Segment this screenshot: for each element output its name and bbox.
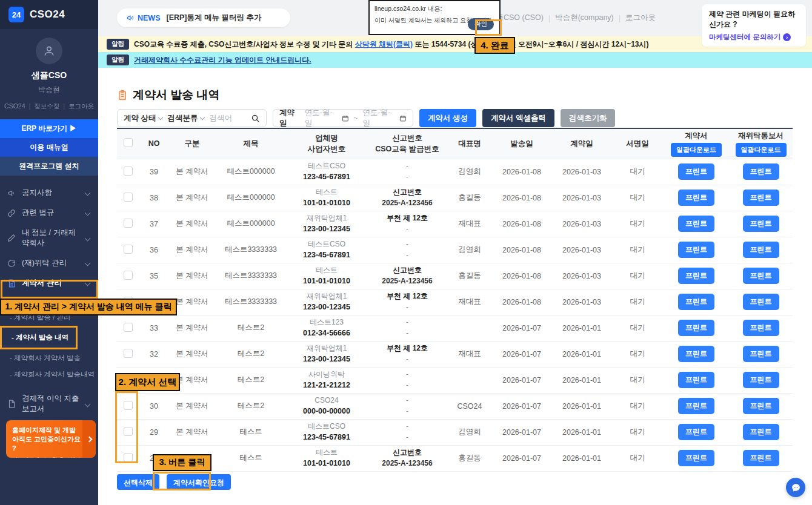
delete-selected-button[interactable]: 선택삭제	[117, 474, 159, 490]
print-contract-button[interactable]: 프린트	[678, 372, 714, 388]
print-contract-button[interactable]: 프린트	[678, 216, 714, 232]
sidebar-item-myinfo[interactable]: 내 정보 / 거래제약회사	[0, 223, 98, 253]
row-checkbox[interactable]	[124, 427, 133, 436]
bulk-download-redelegation-button[interactable]: 일괄다운로드	[736, 143, 787, 157]
promo-line3: 비즈니스에 필요한 온라인 솔루션!	[12, 456, 82, 458]
print-redelegation-button[interactable]: 프린트	[743, 163, 779, 180]
row-checkbox[interactable]	[124, 167, 133, 176]
profile-link-edit[interactable]: 정보수정	[34, 102, 59, 111]
sidebar-item-label: 경제적 이익 지출보고서	[22, 394, 80, 414]
print-contract-button[interactable]: 프린트	[678, 294, 714, 310]
main-area: NEWS [ERP]통계 메뉴 필터링 추가 샘플CSO (CSO)| 박승현(…	[98, 0, 812, 505]
table-row: 36 본 계약서 테스트3333333 테스트CSO123-45-67891 -…	[117, 237, 793, 263]
cell-title: 테스트000000	[215, 185, 287, 211]
print-contract-button[interactable]: 프린트	[678, 163, 714, 180]
sidebar-item-pharma-contract-send[interactable]: - 제약회사 계약서 발송	[0, 350, 98, 366]
logout-link[interactable]: 로그아웃	[625, 13, 656, 23]
manual-button[interactable]: 이용 매뉴얼	[0, 138, 98, 157]
bulk-download-contract-button[interactable]: 일괄다운로드	[671, 143, 722, 157]
table-header-row: NO 구분 제목 업체명사업자번호 신고번호CSO교육 발급번호 대표명 발송일…	[117, 128, 793, 159]
row-checkbox[interactable]	[124, 453, 133, 462]
dialog-ok-button[interactable]: 확인	[468, 18, 494, 30]
news-ticker[interactable]: NEWS [ERP]통계 메뉴 필터링 추가	[117, 8, 290, 27]
print-contract-button[interactable]: 프린트	[678, 242, 714, 258]
cell-company: 사이닝위탁121-21-21212	[287, 367, 367, 393]
print-redelegation-button[interactable]: 프린트	[743, 216, 779, 232]
homepage-promo-banner[interactable]: 홈페이지제작 및 개발 아직도 고민중이신가요 ? 비즈니스에 필요한 온라인 …	[6, 420, 96, 458]
cell-no: 38	[139, 185, 169, 211]
filter-bar: 계약 상태 검색분류 검색어 계약일 연도-월-일 ~ 연도-월-일 계약서 생…	[117, 109, 615, 127]
col-no: NO	[139, 128, 169, 159]
print-redelegation-button[interactable]: 프린트	[743, 450, 779, 466]
cell-company: 재위탁업체1123-00-12345	[287, 211, 367, 237]
status-select[interactable]: 계약 상태	[124, 113, 162, 124]
col-redelegation-doc: 재위탁통보서일괄다운로드	[729, 128, 793, 159]
chat-fab-button[interactable]	[786, 478, 805, 497]
print-redelegation-button[interactable]: 프린트	[743, 268, 779, 284]
request-contract-confirm-button[interactable]: 계약서확인요청	[167, 474, 231, 490]
sidebar-item-laws[interactable]: 관련 법규	[0, 203, 98, 223]
row-checkbox[interactable]	[124, 271, 133, 280]
print-redelegation-button[interactable]: 프린트	[743, 320, 779, 336]
profile-link-logout[interactable]: 로그아웃	[68, 102, 94, 111]
erp-shortcut-button[interactable]: ERP 바로가기 ▶	[0, 119, 98, 138]
avatar	[36, 38, 62, 64]
print-contract-button[interactable]: 프린트	[678, 450, 714, 466]
print-redelegation-button[interactable]: 프린트	[743, 424, 779, 440]
cell-company: CSO24000-00-00000	[287, 393, 367, 419]
row-checkbox[interactable]	[124, 245, 133, 254]
table-row: 29 본 계약서 테스트 테스트CSO123-45-67891 -- 김영희 2…	[117, 419, 793, 445]
sidebar-item-pharma-contract-history[interactable]: - 제약회사 계약서 발송내역	[0, 366, 98, 383]
account-user-link[interactable]: 박승현(company)	[555, 13, 614, 23]
row-checkbox[interactable]	[124, 349, 133, 358]
print-contract-button[interactable]: 프린트	[678, 398, 714, 414]
calendar-icon[interactable]	[399, 114, 407, 122]
sidebar-item-label: 내 정보 / 거래제약회사	[22, 228, 80, 248]
print-redelegation-button[interactable]: 프린트	[743, 190, 779, 206]
print-contract-button[interactable]: 프린트	[678, 424, 714, 440]
cell-ceo: 김영희	[448, 159, 491, 185]
marketing-inquiry-link[interactable]: 마케팅센터에 문의하기›	[709, 33, 799, 42]
print-redelegation-button[interactable]: 프린트	[743, 242, 779, 258]
profile-link-cso24[interactable]: CSO24	[4, 102, 25, 111]
cell-no: 37	[139, 211, 169, 237]
print-contract-button[interactable]: 프린트	[678, 346, 714, 362]
excel-export-button[interactable]: 계약서 엑셀출력	[482, 109, 554, 127]
calendar-icon[interactable]	[342, 114, 349, 122]
row-checkbox[interactable]	[124, 323, 133, 332]
row-checkbox[interactable]	[124, 193, 133, 202]
select-all-checkbox[interactable]	[124, 138, 133, 147]
news-label: NEWS	[138, 14, 161, 22]
row-checkbox[interactable]	[124, 219, 133, 228]
category-select[interactable]: 검색분류	[167, 113, 204, 124]
sidebar-item-expense-report[interactable]: 경제적 이익 지출보고서	[0, 389, 98, 419]
annotation-step1: 1. 계약서 관리 > 계약서 발송 내역 메뉴 클릭	[0, 299, 177, 315]
date-to-input[interactable]: 연도-월-일	[363, 108, 395, 128]
alert-bar-cyan: 알림 거래제약회사 수수료관리 기능 업데이트 안내드립니다.	[98, 52, 812, 68]
cell-contract-date: 2026-01-03	[552, 185, 611, 211]
search-icon[interactable]	[251, 114, 260, 123]
sidebar-item-notice[interactable]: 공지사항	[0, 183, 98, 203]
print-redelegation-button[interactable]: 프린트	[743, 372, 779, 388]
create-contract-button[interactable]: 계약서 생성	[419, 109, 476, 127]
print-contract-button[interactable]: 프린트	[678, 190, 714, 206]
print-contract-button[interactable]: 프린트	[678, 320, 714, 336]
search-filter-group: 계약 상태 검색분류 검색어	[117, 109, 267, 127]
date-from-input[interactable]: 연도-월-일	[305, 108, 337, 128]
print-redelegation-button[interactable]: 프린트	[743, 346, 779, 362]
cell-title: 테스트2	[215, 341, 287, 367]
reset-search-button[interactable]: 검색초기화	[561, 109, 616, 127]
chevron-right-icon	[82, 420, 96, 458]
print-contract-button[interactable]: 프린트	[678, 268, 714, 284]
annotation-step2: 2. 계약서 선택	[115, 373, 180, 391]
keyword-input[interactable]: 검색어	[209, 113, 246, 124]
fee-update-link[interactable]: 거래제약회사 수수료관리 기능 업데이트 안내드립니다.	[134, 55, 311, 65]
print-redelegation-button[interactable]: 프린트	[743, 294, 779, 310]
logo[interactable]: 24 CSO24	[0, 0, 98, 29]
remote-install-button[interactable]: 원격프로그램 설치	[0, 157, 98, 176]
row-checkbox[interactable]	[124, 401, 133, 410]
chat-consult-link[interactable]: 상담원 채팅(클릭)	[355, 40, 413, 48]
sidebar-item-consignment[interactable]: (재)위탁 관리	[0, 253, 98, 273]
print-redelegation-button[interactable]: 프린트	[743, 398, 779, 414]
sidebar-item-contracts[interactable]: 계약서 관리	[0, 273, 98, 293]
